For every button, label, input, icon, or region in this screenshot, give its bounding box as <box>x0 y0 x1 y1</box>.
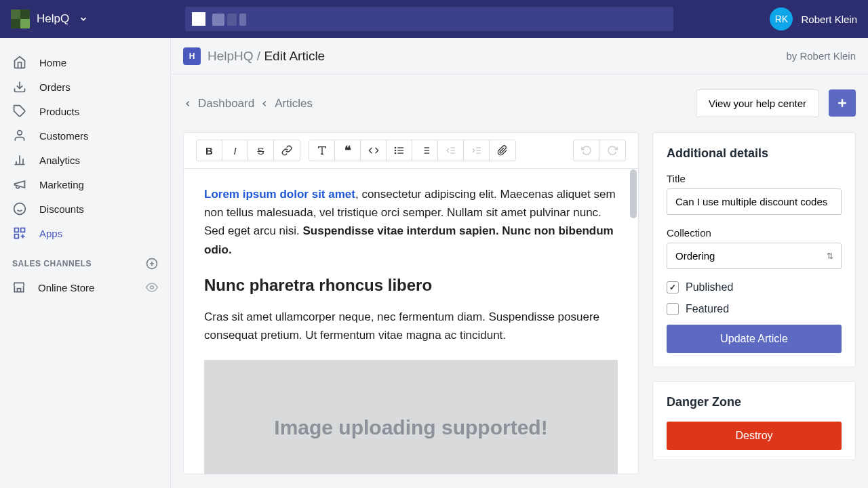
view-help-center-button[interactable]: View your help center <box>696 89 819 117</box>
italic-button[interactable]: I <box>222 140 248 161</box>
tag-icon <box>12 104 27 118</box>
app-icon: H <box>183 47 201 65</box>
scrollbar-thumb[interactable] <box>630 169 637 218</box>
published-label: Published <box>686 281 733 293</box>
eye-icon[interactable] <box>146 281 158 293</box>
undo-button[interactable] <box>574 140 599 161</box>
quote-button[interactable]: ❝ <box>335 140 361 161</box>
chevron-left-icon[interactable] <box>183 99 193 108</box>
app-path: HelpHQ / Edit Article <box>208 49 325 64</box>
brand-area[interactable]: HelpQ <box>11 9 88 28</box>
svg-point-7 <box>14 203 26 215</box>
search-area <box>88 7 770 31</box>
collection-label: Collection <box>667 227 842 239</box>
crumb-articles[interactable]: Articles <box>275 97 313 110</box>
editor-body[interactable]: Lorem ipsum dolor sit amet, consectetur … <box>184 169 638 474</box>
svg-point-18 <box>151 286 154 289</box>
app-name[interactable]: HelpHQ <box>208 49 254 63</box>
sidebar-label: Analytics <box>39 155 80 166</box>
bold-button[interactable]: B <box>197 140 222 161</box>
section-label: SALES CHANNELS <box>12 259 92 268</box>
title-input[interactable] <box>667 188 842 215</box>
editor-panel: B I S ❝ <box>183 132 639 474</box>
sidebar-item-home[interactable]: Home <box>0 50 170 75</box>
svg-rect-10 <box>15 228 19 232</box>
heading-button[interactable] <box>309 140 335 161</box>
attach-button[interactable] <box>490 140 515 161</box>
app-header: H HelpHQ / Edit Article by Robert Klein <box>171 38 868 75</box>
update-article-button[interactable]: Update Article <box>667 325 842 353</box>
editor-heading: Nunc pharetra rhoncus libero <box>204 272 618 298</box>
orders-icon <box>12 80 27 94</box>
svg-point-2 <box>18 131 22 136</box>
sidebar-item-orders[interactable]: Orders <box>0 75 170 99</box>
danger-card: Danger Zone Destroy <box>652 381 856 460</box>
svg-rect-11 <box>21 228 25 232</box>
chevron-left-icon[interactable] <box>260 99 269 108</box>
chevron-down-icon <box>79 14 88 24</box>
image-placeholder: Image uploading supported! <box>204 360 618 474</box>
sidebar-label: Home <box>39 57 66 68</box>
editor-toolbar: B I S ❝ <box>184 133 638 169</box>
brand-name: HelpQ <box>37 12 69 26</box>
crumb-dashboard[interactable]: Dashboard <box>198 97 254 110</box>
danger-heading: Danger Zone <box>667 395 842 409</box>
add-button[interactable] <box>829 89 856 117</box>
main-area: H HelpHQ / Edit Article by Robert Klein … <box>171 38 868 488</box>
sidebar-label: Customers <box>39 130 89 142</box>
add-channel-button[interactable] <box>146 258 158 270</box>
page-title: Edit Article <box>264 49 325 63</box>
title-label: Title <box>667 173 842 184</box>
details-card: Additional details Title Collection Orde… <box>652 132 856 367</box>
chart-icon <box>12 153 27 167</box>
apps-icon <box>12 226 27 240</box>
sidebar-label: Orders <box>39 81 71 93</box>
indent-button[interactable] <box>464 140 490 161</box>
sidebar-item-discounts[interactable]: Discounts <box>0 197 170 221</box>
bullet-list-button[interactable] <box>387 140 412 161</box>
home-icon <box>12 56 27 69</box>
sidebar-section-header: SALES CHANNELS <box>0 245 170 275</box>
featured-label: Featured <box>686 303 729 315</box>
link-button[interactable] <box>274 140 300 161</box>
discount-icon <box>12 202 27 216</box>
sidebar-item-marketing[interactable]: Marketing <box>0 172 170 197</box>
megaphone-icon <box>12 178 27 191</box>
store-icon <box>12 281 26 294</box>
avatar: RK <box>770 7 793 30</box>
strike-button[interactable]: S <box>248 140 274 161</box>
code-button[interactable] <box>361 140 387 161</box>
search-icon <box>192 12 205 26</box>
top-bar: HelpQ RK Robert Klein <box>0 0 868 38</box>
user-menu[interactable]: RK Robert Klein <box>770 7 857 30</box>
toolbar-row: Dashboard Articles View your help center <box>171 75 868 132</box>
details-heading: Additional details <box>667 146 842 161</box>
user-name: Robert Klein <box>801 14 857 25</box>
brand-logo <box>11 9 30 28</box>
sidebar-label: Products <box>39 106 79 117</box>
search-input[interactable] <box>185 7 673 31</box>
svg-rect-12 <box>15 235 19 239</box>
sidebar-item-customers[interactable]: Customers <box>0 123 170 148</box>
published-checkbox[interactable] <box>667 281 679 293</box>
sidebar-item-analytics[interactable]: Analytics <box>0 148 170 172</box>
redo-button[interactable] <box>599 140 625 161</box>
channel-online-store[interactable]: Online Store <box>0 275 170 300</box>
path-separator: / <box>257 49 260 63</box>
collection-select[interactable]: Ordering <box>667 243 842 269</box>
sidebar: Home Orders Products Customers Analytics… <box>0 38 171 488</box>
sidebar-item-products[interactable]: Products <box>0 99 170 123</box>
sidebar-label: Discounts <box>39 203 84 215</box>
svg-point-28 <box>395 152 395 153</box>
channel-label: Online Store <box>38 282 94 293</box>
editor-link[interactable]: Lorem ipsum dolor sit amet <box>204 188 355 201</box>
breadcrumb: Dashboard Articles <box>183 97 313 110</box>
sidebar-item-apps[interactable]: Apps <box>0 221 170 245</box>
featured-checkbox[interactable] <box>667 303 679 315</box>
sidebar-label: Marketing <box>39 179 84 190</box>
destroy-button[interactable]: Destroy <box>667 422 842 450</box>
svg-point-27 <box>395 150 395 150</box>
number-list-button[interactable] <box>412 140 438 161</box>
outdent-button[interactable] <box>438 140 464 161</box>
sidebar-label: Apps <box>39 228 62 239</box>
